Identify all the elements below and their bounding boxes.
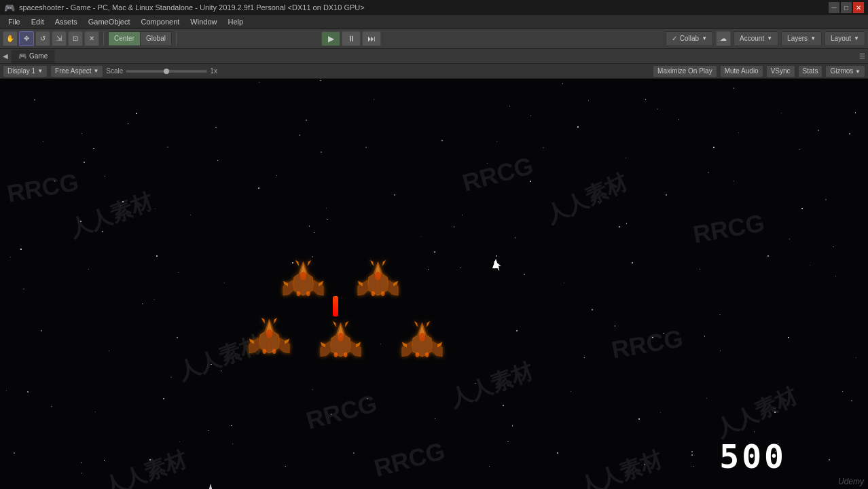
collab-button[interactable]: ✓ Collab ▼	[666, 31, 713, 46]
svg-point-21	[372, 291, 375, 296]
star	[6, 391, 7, 391]
close-button[interactable]: ✕	[853, 2, 864, 13]
enemy-ship	[401, 320, 444, 370]
back-arrow: ◀	[3, 52, 8, 60]
aspect-label: Free Aspect	[55, 67, 91, 75]
account-dropdown-icon: ▼	[767, 35, 772, 41]
star	[592, 309, 593, 310]
pause-button[interactable]: ⏸	[342, 31, 361, 46]
star	[543, 147, 544, 148]
aspect-dropdown[interactable]: Free Aspect ▼	[50, 65, 103, 77]
svg-marker-40	[333, 321, 336, 327]
star	[149, 459, 151, 460]
rect-tool[interactable]: ⊡	[68, 31, 83, 46]
menu-help[interactable]: Help	[222, 16, 249, 27]
star	[208, 430, 209, 431]
star	[720, 350, 721, 351]
star	[20, 249, 22, 250]
star	[615, 325, 615, 327]
minimize-button[interactable]: ─	[829, 2, 839, 13]
svg-marker-52	[414, 321, 418, 327]
menu-assets[interactable]: Assets	[50, 16, 83, 27]
star	[312, 256, 313, 257]
star	[509, 106, 510, 107]
star	[571, 391, 571, 392]
star	[856, 357, 856, 358]
pivot-group: Center Global	[108, 31, 172, 46]
play-button[interactable]: ▶	[321, 31, 340, 46]
menu-file[interactable]: File	[3, 16, 26, 27]
svg-marker-5	[308, 260, 311, 266]
hand-tool[interactable]: ✋	[3, 31, 18, 46]
star	[767, 255, 769, 257]
maximize-button[interactable]: □	[841, 2, 852, 13]
menu-gameobject[interactable]: GameObject	[83, 16, 136, 27]
global-button[interactable]: Global	[141, 31, 172, 46]
star	[221, 370, 221, 372]
transform-tool[interactable]: ✕	[84, 31, 99, 46]
star	[663, 333, 664, 334]
rotate-tool[interactable]: ↺	[35, 31, 50, 46]
star	[577, 126, 579, 128]
star	[434, 251, 435, 253]
star	[781, 113, 782, 113]
star	[818, 130, 819, 131]
display-arrow: ▼	[37, 68, 43, 74]
account-button[interactable]: Account ▼	[734, 31, 778, 46]
layers-button[interactable]: Layers ▼	[781, 31, 822, 46]
watermark: RRCG	[609, 324, 685, 365]
star	[738, 132, 739, 133]
step-button[interactable]: ⏭	[362, 31, 381, 46]
watermark: 人人素材	[65, 187, 157, 244]
svg-marker-29	[274, 318, 277, 324]
display-dropdown[interactable]: Display 1 ▼	[3, 65, 48, 77]
star	[496, 255, 497, 257]
enemy-ship	[248, 316, 291, 367]
cloud-button[interactable]: ☁	[716, 31, 731, 46]
vsync-button[interactable]: VSync	[766, 65, 795, 77]
star	[326, 208, 327, 209]
star	[155, 209, 156, 209]
collab-check-icon: ✓	[672, 35, 677, 42]
menu-edit[interactable]: Edit	[26, 16, 50, 27]
center-button[interactable]: Center	[108, 31, 141, 46]
watermark: 人人素材	[446, 357, 537, 414]
scale-slider[interactable]	[126, 70, 207, 73]
svg-point-46	[344, 352, 347, 357]
star	[54, 181, 55, 181]
star	[27, 391, 29, 393]
title-text: spaceshooter - Game - PC, Mac & Linux St…	[19, 3, 829, 12]
star	[719, 314, 721, 315]
svg-point-33	[263, 349, 266, 354]
star	[564, 283, 564, 283]
star	[190, 215, 191, 215]
watermark: RRCG	[303, 389, 380, 435]
svg-point-9	[297, 291, 300, 296]
star	[734, 88, 734, 89]
move-tool[interactable]: ✥	[19, 31, 34, 46]
game-tab[interactable]: 🎮 Game	[11, 50, 55, 63]
separator-2	[176, 32, 177, 46]
star	[788, 337, 789, 338]
scale-tool[interactable]: ⇲	[52, 31, 67, 46]
gizmos-button[interactable]: Gizmos ▼	[825, 65, 865, 77]
star	[353, 452, 355, 454]
star	[626, 223, 627, 224]
star	[503, 405, 504, 406]
star	[632, 262, 633, 264]
tab-menu-icon[interactable]: ☰	[859, 52, 865, 60]
layout-button[interactable]: Layout ▼	[825, 31, 865, 46]
menu-component[interactable]: Component	[135, 16, 185, 27]
mute-audio-button[interactable]: Mute Audio	[720, 65, 763, 77]
title-bar: 🎮 spaceshooter - Game - PC, Mac & Linux …	[0, 0, 868, 15]
star	[109, 350, 109, 351]
stats-button[interactable]: Stats	[798, 65, 823, 77]
svg-point-58	[425, 352, 429, 357]
star	[428, 269, 429, 270]
star	[365, 147, 367, 148]
star	[666, 194, 667, 196]
maximize-on-play-button[interactable]: Maximize On Play	[653, 65, 717, 77]
watermark: 人人素材	[541, 167, 633, 231]
star	[487, 163, 488, 164]
menu-window[interactable]: Window	[185, 16, 222, 27]
